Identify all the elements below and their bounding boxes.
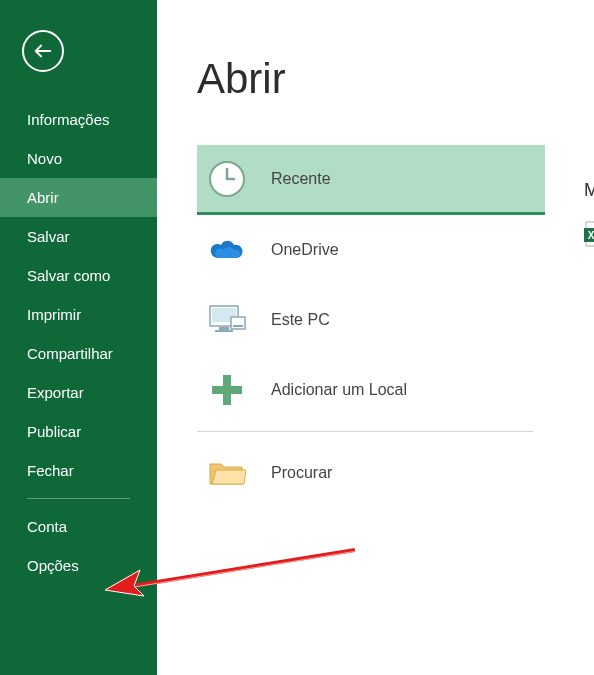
sidebar-item-informacoes[interactable]: Informações bbox=[0, 100, 157, 139]
sidebar-item-imprimir[interactable]: Imprimir bbox=[0, 295, 157, 334]
sidebar-item-compartilhar[interactable]: Compartilhar bbox=[0, 334, 157, 373]
main-panel: Abrir Recente OneDrive bbox=[157, 0, 594, 675]
sidebar-item-opcoes[interactable]: Opções bbox=[0, 546, 157, 585]
sidebar-divider bbox=[27, 498, 130, 499]
page-title: Abrir bbox=[197, 55, 594, 103]
sidebar-item-label: Novo bbox=[27, 150, 62, 167]
location-label: Procurar bbox=[271, 464, 332, 482]
sidebar-item-salvar[interactable]: Salvar bbox=[0, 217, 157, 256]
location-label: Adicionar um Local bbox=[271, 381, 407, 399]
sidebar-item-label: Exportar bbox=[27, 384, 84, 401]
sidebar-item-label: Opções bbox=[27, 557, 79, 574]
location-label: Este PC bbox=[271, 311, 330, 329]
computer-icon bbox=[207, 300, 247, 340]
sidebar-item-novo[interactable]: Novo bbox=[0, 139, 157, 178]
location-item-estepc[interactable]: Este PC bbox=[197, 285, 545, 355]
right-cut-label: M bbox=[584, 180, 594, 201]
sidebar-item-exportar[interactable]: Exportar bbox=[0, 373, 157, 412]
location-label: OneDrive bbox=[271, 241, 339, 259]
sidebar-item-conta[interactable]: Conta bbox=[0, 507, 157, 546]
sidebar-item-abrir[interactable]: Abrir bbox=[0, 178, 157, 217]
back-button[interactable] bbox=[22, 30, 64, 72]
sidebar-item-fechar[interactable]: Fechar bbox=[0, 451, 157, 490]
file-icon-edge: X bbox=[584, 220, 594, 250]
backstage-sidebar: Informações Novo Abrir Salvar Salvar com… bbox=[0, 0, 157, 675]
plus-icon bbox=[207, 370, 247, 410]
sidebar-item-label: Publicar bbox=[27, 423, 81, 440]
svg-rect-3 bbox=[219, 327, 229, 330]
sidebar-item-label: Abrir bbox=[27, 189, 59, 206]
svg-rect-5 bbox=[231, 317, 245, 329]
folder-icon bbox=[207, 453, 247, 493]
svg-rect-6 bbox=[233, 325, 243, 327]
svg-rect-4 bbox=[215, 330, 233, 332]
sidebar-item-salvar-como[interactable]: Salvar como bbox=[0, 256, 157, 295]
svg-text:X: X bbox=[588, 230, 594, 241]
location-item-procurar[interactable]: Procurar bbox=[197, 438, 545, 508]
location-divider bbox=[197, 431, 533, 432]
location-label: Recente bbox=[271, 170, 331, 188]
sidebar-item-label: Imprimir bbox=[27, 306, 81, 323]
back-arrow-icon bbox=[32, 40, 54, 62]
sidebar-item-label: Conta bbox=[27, 518, 67, 535]
location-list: Recente OneDrive bbox=[197, 145, 545, 508]
sidebar-item-label: Salvar como bbox=[27, 267, 110, 284]
sidebar-item-label: Fechar bbox=[27, 462, 74, 479]
location-item-onedrive[interactable]: OneDrive bbox=[197, 215, 545, 285]
sidebar-item-publicar[interactable]: Publicar bbox=[0, 412, 157, 451]
location-item-recente[interactable]: Recente bbox=[197, 145, 545, 215]
sidebar-item-label: Compartilhar bbox=[27, 345, 113, 362]
sidebar-item-label: Informações bbox=[27, 111, 110, 128]
location-item-adicionar-local[interactable]: Adicionar um Local bbox=[197, 355, 545, 425]
clock-icon bbox=[207, 159, 247, 199]
svg-rect-8 bbox=[212, 386, 242, 394]
sidebar-item-label: Salvar bbox=[27, 228, 70, 245]
onedrive-icon bbox=[207, 230, 247, 270]
